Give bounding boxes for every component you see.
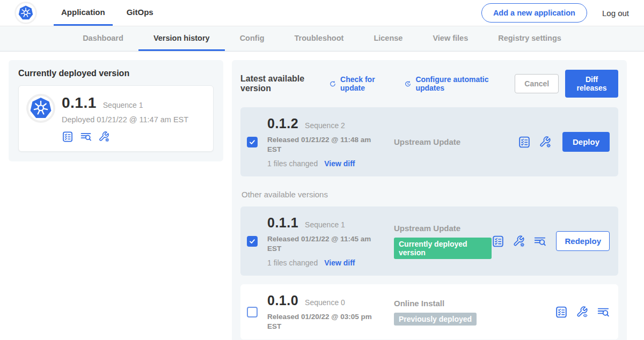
tab-license[interactable]: License (358, 26, 418, 51)
kubernetes-logo[interactable] (16, 3, 35, 23)
deployed-version-number: 0.1.1 (62, 94, 97, 112)
version-row-0-1-1: 0.1.1 Sequence 1 Released 01/21/22 @ 11:… (240, 206, 618, 276)
version-number: 0.1.1 (267, 215, 298, 231)
check-for-update-link[interactable]: Check for update (329, 75, 390, 92)
released-timestamp: Released 01/21/22 @ 11:45 am EST (267, 234, 380, 253)
tab-registry-settings[interactable]: Registry settings (483, 26, 576, 51)
lines-magnifier-icon[interactable] (597, 306, 610, 319)
version-history-panel: Latest available version Check for updat… (232, 60, 627, 340)
row-gap (240, 276, 618, 284)
tab-troubleshoot[interactable]: Troubleshoot (280, 26, 359, 51)
top-nav: Application GitOps Add a new application… (0, 0, 644, 26)
main-content: Currently deployed version 0.1.1 Sequenc… (0, 51, 644, 340)
app-sub-nav: Dashboard Version history Config Trouble… (0, 26, 644, 51)
refresh-icon (329, 79, 336, 88)
helm-wheel-icon (18, 5, 34, 21)
sequence-label: Sequence 2 (305, 121, 345, 130)
released-timestamp: Released 01/20/22 @ 03:05 pm EST (267, 312, 380, 331)
version-checkbox[interactable] (247, 307, 258, 317)
files-changed-label: 1 files changed (267, 159, 318, 168)
version-actions (555, 306, 610, 319)
previously-deployed-badge: Previously deployed (394, 313, 477, 326)
version-source: Upstream Update Currently deployed versi… (394, 224, 492, 259)
wrench-gear-icon[interactable] (539, 136, 552, 149)
version-source: Online Install Previously deployed (394, 299, 555, 326)
clock-refresh-icon (404, 79, 412, 88)
wrench-gear-icon[interactable] (98, 131, 110, 143)
helm-wheel-icon (29, 97, 53, 120)
version-checkbox[interactable] (247, 236, 258, 247)
logout-link[interactable]: Log out (602, 9, 629, 18)
version-checkbox[interactable] (247, 137, 258, 147)
check-icon (248, 138, 256, 146)
version-row-0-1-0: 0.1.0 Sequence 0 Released 01/20/22 @ 03:… (240, 284, 618, 339)
deployed-version-info: 0.1.1 Sequence 1 Deployed 01/21/22 @ 11:… (62, 94, 188, 143)
wrench-eye-icon[interactable] (576, 306, 589, 319)
app-logo (28, 96, 53, 121)
deploy-button[interactable]: Deploy (562, 132, 610, 152)
source-label: Upstream Update (394, 137, 518, 146)
wrench-gear-icon[interactable] (513, 235, 525, 248)
other-available-versions-label: Other available versions (241, 190, 618, 199)
nav-tab-gitops[interactable]: GitOps (119, 0, 161, 26)
checklist-icon[interactable] (62, 131, 74, 143)
tab-view-files[interactable]: View files (418, 26, 483, 51)
configure-automatic-updates-link[interactable]: Configure automatic updates (404, 75, 501, 92)
tab-version-history[interactable]: Version history (138, 26, 225, 51)
redeploy-button[interactable]: Redeploy (556, 231, 610, 251)
nav-tab-application[interactable]: Application (54, 0, 113, 26)
view-diff-link[interactable]: View diff (324, 159, 355, 168)
tab-dashboard[interactable]: Dashboard (68, 26, 138, 51)
deployed-card-title: Currently deployed version (18, 69, 214, 78)
version-actions: Redeploy (492, 231, 610, 251)
version-info: 0.1.0 Sequence 0 Released 01/20/22 @ 03:… (267, 293, 389, 331)
released-timestamp: Released 01/21/22 @ 11:48 am EST (267, 135, 380, 154)
lines-magnifier-icon[interactable] (80, 131, 92, 143)
source-label: Online Install (394, 299, 555, 308)
sequence-label: Sequence 0 (305, 298, 345, 307)
source-label: Upstream Update (394, 224, 492, 233)
deployed-version-card: 0.1.1 Sequence 1 Deployed 01/21/22 @ 11:… (18, 85, 214, 152)
version-number: 0.1.0 (267, 293, 298, 308)
currently-deployed-card: Currently deployed version 0.1.1 Sequenc… (9, 60, 223, 161)
version-number: 0.1.2 (267, 116, 298, 131)
deployed-sequence-label: Sequence 1 (103, 101, 143, 109)
latest-available-version-title: Latest available version (240, 74, 320, 93)
cancel-button[interactable]: Cancel (515, 74, 559, 93)
topnav-spacer (167, 0, 481, 26)
files-changed-label: 1 files changed (267, 258, 318, 267)
check-icon (248, 238, 256, 245)
currently-deployed-badge: Currently deployed version (394, 238, 492, 259)
version-actions: Deploy (518, 132, 610, 152)
version-row-0-1-2: 0.1.2 Sequence 2 Released 01/21/22 @ 11:… (240, 107, 618, 176)
view-diff-link[interactable]: View diff (324, 258, 355, 267)
tab-config[interactable]: Config (225, 26, 280, 51)
version-source: Upstream Update (394, 137, 518, 146)
diff-releases-button[interactable]: Diff releases (565, 70, 618, 98)
deployed-timestamp: Deployed 01/21/22 @ 11:47 am EST (62, 115, 188, 124)
checklist-icon[interactable] (492, 235, 504, 248)
version-info: 0.1.1 Sequence 1 Released 01/21/22 @ 11:… (267, 215, 389, 267)
checklist-icon[interactable] (555, 306, 568, 319)
lines-magnifier-icon[interactable] (533, 235, 546, 248)
version-info: 0.1.2 Sequence 2 Released 01/21/22 @ 11:… (267, 116, 389, 168)
add-new-application-button[interactable]: Add a new application (481, 3, 587, 23)
panel-header: Latest available version Check for updat… (240, 70, 618, 98)
checklist-icon[interactable] (518, 136, 531, 149)
sequence-label: Sequence 1 (305, 220, 345, 229)
